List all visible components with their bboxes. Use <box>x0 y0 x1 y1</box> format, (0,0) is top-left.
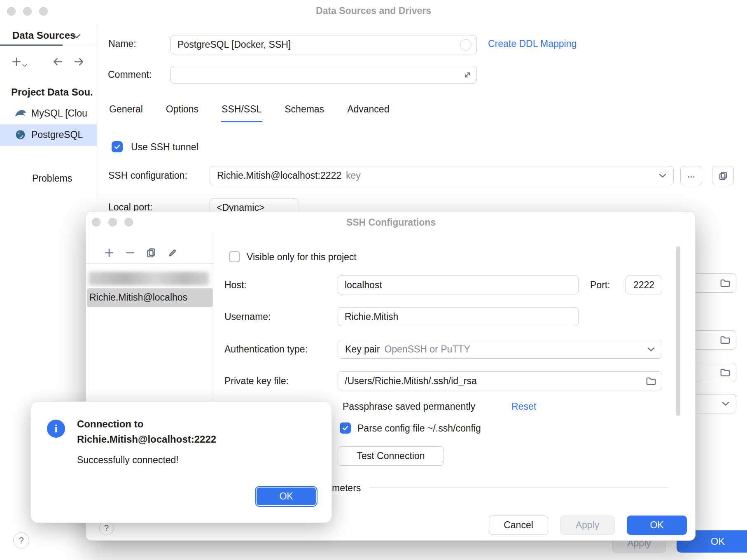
list-item-selected[interactable]: Richie.Mitish@localhos <box>87 288 213 307</box>
auth-type-value: Key pair <box>345 344 380 355</box>
comment-input[interactable] <box>171 69 476 80</box>
main-help-button[interactable]: ? <box>13 532 29 548</box>
notification-body: Successfully connected! <box>77 455 179 466</box>
dialog-ok-button[interactable]: OK <box>627 516 687 535</box>
visible-only-checkbox[interactable] <box>229 251 240 262</box>
list-toolbar-divider <box>86 263 214 264</box>
port-input[interactable] <box>626 280 662 291</box>
checkmark-icon <box>341 424 349 432</box>
sidebar-item-label: MySQL [Clou <box>31 108 87 119</box>
name-field[interactable] <box>170 35 477 54</box>
host-input[interactable] <box>338 280 578 291</box>
username-input[interactable] <box>338 311 578 322</box>
dialog-title: SSH Configurations <box>86 217 696 228</box>
folder-icon[interactable] <box>720 279 730 287</box>
sidebar-item-label: PostgreSQL <box>31 129 83 140</box>
window-title: Data Sources and Drivers <box>0 5 747 16</box>
sidebar-section-title: Project Data Sou. <box>11 86 93 98</box>
username-field[interactable] <box>338 307 579 326</box>
list-item-label: Richie.Mitish@localhos <box>89 292 187 303</box>
folder-icon[interactable] <box>646 377 656 385</box>
copy-configuration-button[interactable] <box>712 166 734 185</box>
passphrase-reset-link[interactable]: Reset <box>511 401 536 412</box>
sidebar-header-active-strip <box>0 44 63 46</box>
port-field[interactable] <box>626 275 662 294</box>
passphrase-status-text: Passphrase saved permanently <box>343 401 475 412</box>
back-arrow-icon[interactable] <box>52 58 63 66</box>
notification-ok-button-focus-ring: OK <box>255 486 317 507</box>
folder-icon[interactable] <box>720 336 730 344</box>
add-data-source-icon[interactable] <box>12 57 21 67</box>
chevron-down-icon <box>72 34 81 39</box>
notification-title-line2: Richie.Mitish@localhost:2222 <box>77 434 216 445</box>
auth-type-select[interactable]: Key pair OpenSSH or PuTTY <box>338 340 662 359</box>
ssh-configuration-value: Richie.Mitish@localhost:2222 <box>217 170 341 181</box>
private-key-field[interactable] <box>338 371 662 390</box>
sidebar-item-mysql[interactable]: MySQL [Clou <box>0 103 97 124</box>
auth-type-label: Authentication type: <box>224 344 308 355</box>
private-key-input[interactable] <box>338 376 662 387</box>
expand-icon[interactable] <box>463 71 472 79</box>
use-ssh-tunnel-label: Use SSH tunnel <box>131 142 198 153</box>
forward-arrow-icon[interactable] <box>73 58 85 66</box>
visible-only-label: Visible only for this project <box>247 252 357 263</box>
sidebar-header[interactable]: Data Sources <box>12 30 75 41</box>
parse-config-label: Parse config file ~/.ssh/config <box>357 423 481 434</box>
section-header-fragment: meters <box>332 483 361 494</box>
ssh-configuration-label: SSH configuration: <box>108 170 187 181</box>
tab-options[interactable]: Options <box>165 104 199 122</box>
copy-configuration-icon[interactable] <box>146 248 156 258</box>
dialog-cancel-button[interactable]: Cancel <box>489 516 548 535</box>
section-header-line <box>370 487 667 488</box>
name-input[interactable] <box>171 39 476 50</box>
comment-field[interactable] <box>170 66 477 84</box>
port-label: Port: <box>590 280 610 291</box>
host-label: Host: <box>224 280 247 291</box>
name-field-spinner-icon <box>460 39 472 51</box>
remove-configuration-icon[interactable] <box>125 248 135 258</box>
list-item-redacted[interactable] <box>89 272 209 285</box>
folder-icon[interactable] <box>720 369 730 376</box>
host-field[interactable] <box>338 275 579 294</box>
edit-configuration-icon[interactable] <box>168 248 177 258</box>
add-dropdown-chevron-icon[interactable] <box>22 64 27 67</box>
screen: Data Sources and Drivers Data Sources Pr… <box>0 0 747 560</box>
info-icon: i <box>47 420 65 438</box>
test-connection-button[interactable]: Test Connection <box>338 446 444 466</box>
ssh-configuration-select[interactable]: Richie.Mitish@localhost:2222 key <box>210 166 674 185</box>
tab-ssh-ssl[interactable]: SSH/SSL <box>221 104 262 122</box>
chevron-down-icon <box>722 401 729 406</box>
chevron-down-icon <box>647 347 655 352</box>
name-label: Name: <box>108 38 136 49</box>
dialog-scrollbar[interactable] <box>676 246 680 416</box>
create-ddl-mapping-link[interactable]: Create DDL Mapping <box>488 38 577 49</box>
ssh-configuration-suffix: key <box>346 170 361 181</box>
username-label: Username: <box>224 311 271 322</box>
notification-ok-button[interactable]: OK <box>257 488 316 505</box>
checkmark-icon <box>113 143 121 151</box>
use-ssh-tunnel-checkbox[interactable] <box>112 141 123 152</box>
mysql-dolphin-icon <box>15 109 26 117</box>
postgresql-elephant-icon <box>15 129 26 140</box>
auth-type-hint: OpenSSH or PuTTY <box>384 344 470 355</box>
chevron-down-icon <box>659 173 666 178</box>
connection-notification: i Connection to Richie.Mitish@localhost:… <box>30 401 332 523</box>
add-configuration-icon[interactable] <box>104 248 114 258</box>
ssh-configurations-more-button[interactable]: ... <box>680 166 702 185</box>
sidebar-item-problems[interactable]: Problems <box>32 173 72 184</box>
comment-label: Comment: <box>108 69 152 80</box>
dialog-help-button[interactable]: ? <box>99 521 114 535</box>
copy-icon <box>719 171 728 180</box>
tab-general[interactable]: General <box>108 104 144 122</box>
dialog-apply-button[interactable]: Apply <box>560 516 615 535</box>
private-key-label: Private key file: <box>224 376 289 387</box>
tab-bar: General Options SSH/SSL Schemas Advanced <box>108 104 390 122</box>
notification-title-line1: Connection to <box>77 418 143 430</box>
parse-config-checkbox[interactable] <box>340 422 351 434</box>
tab-advanced[interactable]: Advanced <box>346 104 390 122</box>
tab-schemas[interactable]: Schemas <box>284 104 325 122</box>
sidebar-item-postgresql[interactable]: PostgreSQL <box>0 124 97 146</box>
